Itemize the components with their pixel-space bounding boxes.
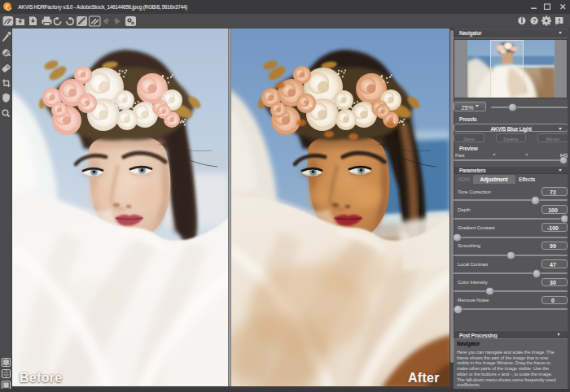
- svg-text:?: ?: [533, 17, 537, 24]
